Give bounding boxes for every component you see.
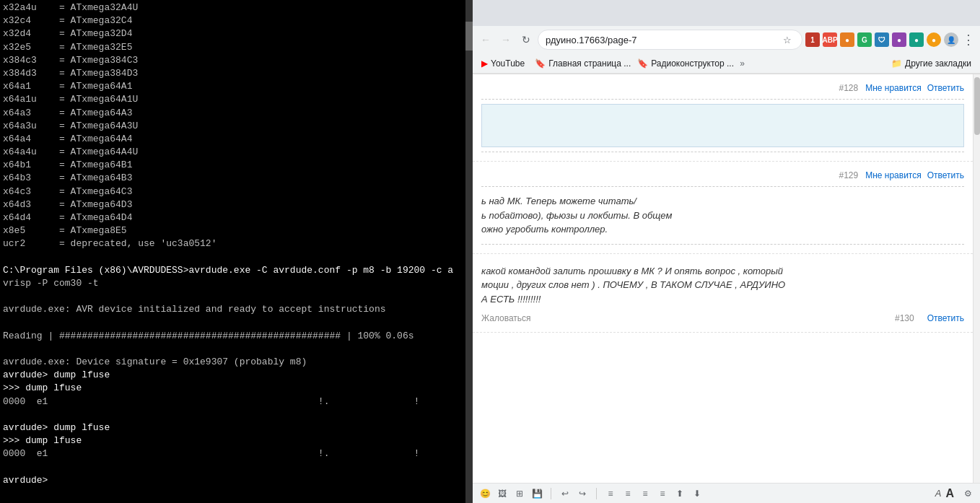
separator-128b [481, 152, 964, 152]
emoji-icon[interactable]: 😊 [478, 487, 491, 500]
page-scroll-area[interactable]: #128 Мне нравится Ответить #129 Мне нрав… [473, 74, 973, 483]
comment-130-body: какой командой залить прошивку в МК ? И … [481, 260, 964, 311]
browser-panel: ← → ↻ рдуино.17663/page-7 ☆ 1 ABP ● G 🛡 … [473, 0, 980, 503]
format-icon-5[interactable]: ⬆ [673, 487, 686, 500]
separator-129 [481, 186, 964, 187]
comment-130-reply[interactable]: Ответить [927, 313, 964, 323]
user-avatar-icon[interactable]: 👤 [944, 32, 958, 47]
comment-130-complain[interactable]: Жаловаться [481, 313, 531, 323]
page-scrollbar[interactable] [973, 74, 980, 483]
terminal-panel[interactable]: x32a4u = ATxmega32A4U x32c4 = ATxmega32C… [0, 0, 473, 503]
extension-6-icon[interactable]: ● [892, 32, 906, 47]
address-text: рдуино.17663/page-7 [546, 35, 776, 45]
format-icon-1[interactable]: ≡ [604, 487, 617, 500]
bookmarks-bar: ▶ YouTube 🔖 Главная страница ... 🔖 Радио… [473, 53, 980, 74]
zoom-plus-label: A [945, 487, 954, 500]
browser-bottom-toolbar: 😊 🖼 ⊞ 💾 ↩ ↪ ≡ ≡ ≡ ≡ ⬆ ⬇ A A ⚙ [473, 483, 980, 503]
something-icon[interactable]: ⚙ [961, 487, 974, 500]
chrome-menu-icon[interactable]: ⋮ [961, 32, 976, 47]
image-icon[interactable]: 🖼 [496, 487, 509, 500]
separator-128 [481, 99, 964, 100]
bookmark-favicon-1: 🔖 [535, 58, 546, 69]
folder-icon: 📁 [891, 58, 902, 69]
comment-128-reply[interactable]: Ответить [927, 83, 964, 93]
browser-tabs-bar [473, 0, 980, 26]
comment-128-meta: #128 Мне нравится Ответить [481, 80, 964, 96]
other-bookmarks-button[interactable]: 📁 Другие закладки [887, 57, 976, 70]
separator-2 [596, 488, 597, 499]
bookmark-star-icon[interactable]: ☆ [780, 32, 795, 47]
separator-129b [481, 244, 964, 245]
comment-128-number: #128 [839, 83, 865, 93]
table-icon[interactable]: ⊞ [513, 487, 526, 500]
save-icon[interactable]: 💾 [530, 487, 543, 500]
page-content[interactable]: #128 Мне нравится Ответить #129 Мне нрав… [473, 74, 980, 483]
bookmark-favicon-2: 🔖 [637, 58, 648, 69]
comment-130-meta: Жаловаться #130 Ответить [481, 310, 964, 326]
extension-5-icon[interactable]: 🛡 [875, 32, 889, 47]
comment-129-number: #129 [839, 170, 865, 180]
extension-7-icon[interactable]: ● [909, 32, 924, 47]
browser-toolbar: ← → ↻ рдуино.17663/page-7 ☆ 1 ABP ● G 🛡 … [473, 26, 980, 53]
bookmarks-more-button[interactable]: » [735, 57, 749, 70]
page-scrollbar-thumb[interactable] [974, 77, 980, 135]
extension-8-icon[interactable]: ● [927, 32, 941, 47]
terminal-content: x32a4u = ATxmega32A4U x32c4 = ATxmega32C… [0, 0, 473, 489]
format-icon-4[interactable]: ≡ [656, 487, 669, 500]
format-icon-3[interactable]: ≡ [639, 487, 652, 500]
bookmark-main-page[interactable]: 🔖 Главная страница ... [530, 57, 631, 70]
comment-128-body [481, 104, 964, 147]
youtube-favicon: ▶ [481, 58, 488, 69]
reload-button[interactable]: ↻ [517, 31, 535, 48]
redo-icon[interactable]: ↪ [576, 487, 589, 500]
undo-icon[interactable]: ↩ [559, 487, 572, 500]
comment-130-number: #130 [895, 313, 922, 323]
format-icon-6[interactable]: ⬇ [691, 487, 704, 500]
comment-130: какой командой залить прошивку в МК ? И … [473, 254, 973, 333]
bookmark-radio[interactable]: 🔖 Радиоконструктор ... [633, 57, 734, 70]
comment-129-body: ь над МК. Теперь можете читать/ ь побайт… [481, 190, 964, 241]
comment-128-like[interactable]: Мне нравится [865, 83, 922, 93]
zoom-control: A A [935, 487, 954, 500]
address-bar-container[interactable]: рдуино.17663/page-7 ☆ [538, 30, 802, 50]
zoom-minus-label: A [935, 488, 942, 499]
comment-129: #129 Мне нравится Ответить ь над МК. Теп… [473, 162, 973, 254]
back-button[interactable]: ← [477, 31, 494, 48]
terminal-scrollbar-thumb[interactable] [465, 22, 473, 51]
format-icon-2[interactable]: ≡ [621, 487, 634, 500]
comment-129-reply[interactable]: Ответить [927, 170, 964, 180]
separator-1 [551, 488, 551, 499]
extension-abp-icon[interactable]: ABP [823, 32, 837, 47]
extension-1-icon[interactable]: 1 [805, 32, 820, 47]
forward-button[interactable]: → [497, 31, 515, 48]
extension-3-icon[interactable]: ● [840, 32, 854, 47]
extension-4-icon[interactable]: G [857, 32, 872, 47]
comment-129-meta: #129 Мне нравится Ответить [481, 167, 964, 183]
comment-128: #128 Мне нравится Ответить [473, 74, 973, 162]
terminal-scrollbar[interactable] [465, 0, 473, 503]
browser-chrome: ← → ↻ рдуино.17663/page-7 ☆ 1 ABP ● G 🛡 … [473, 0, 980, 74]
bookmark-youtube[interactable]: ▶ YouTube [477, 57, 529, 70]
comment-129-like[interactable]: Мне нравится [865, 170, 922, 180]
